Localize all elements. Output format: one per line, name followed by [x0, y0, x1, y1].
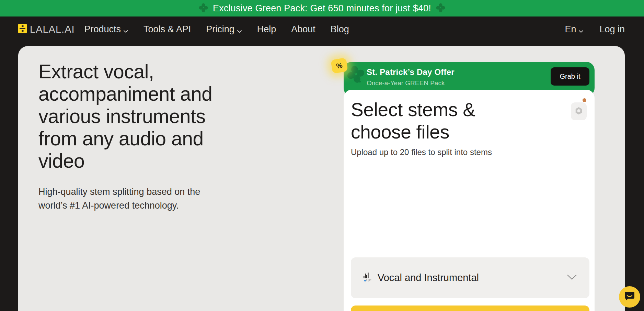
- chevron-down-icon: [567, 274, 577, 281]
- brand-logo[interactable]: LALAL.AI: [18, 24, 75, 35]
- uploader-heading-line: Select stems &: [351, 99, 475, 121]
- chevron-down-icon: [237, 25, 242, 35]
- hero-title-line: video: [38, 150, 258, 172]
- brand-name: LALAL.AI: [30, 24, 75, 35]
- login-label: Log in: [599, 24, 625, 35]
- clover-icon: [199, 3, 208, 14]
- gear-icon: [575, 107, 583, 116]
- waveform-icon: [363, 272, 372, 284]
- hero-subtitle-line: world’s #1 AI-powered technology.: [38, 199, 200, 212]
- hero-title-line: from any audio and: [38, 127, 258, 150]
- nav-item-label: Tools & API: [143, 24, 191, 35]
- notification-dot: [583, 98, 586, 102]
- nav-right: En Log in: [565, 23, 625, 35]
- nav-item-pricing[interactable]: Pricing: [206, 23, 242, 35]
- uploader-heading-line: choose files: [351, 121, 475, 143]
- navbar: LALAL.AI Products Tools & API Pricing He…: [0, 16, 644, 42]
- nav-item-label: Help: [257, 24, 276, 35]
- nav-item-label: Blog: [331, 24, 349, 35]
- chat-bubble-icon: [624, 291, 635, 303]
- offer-title: St. Patrick’s Day Offer: [367, 67, 455, 77]
- language-selector[interactable]: En: [565, 23, 584, 35]
- stem-type-value: Vocal and Instrumental: [378, 272, 479, 284]
- promo-banner[interactable]: Exclusive Green Pack: Get 650 minutes fo…: [0, 0, 644, 16]
- hero-subtitle-line: High-quality stem splitting based on the: [38, 185, 200, 199]
- nav-item-label: About: [291, 24, 315, 35]
- nav-links: Products Tools & API Pricing Help About …: [84, 23, 349, 35]
- language-label: En: [565, 24, 576, 35]
- stem-type-dropdown[interactable]: Vocal and Instrumental: [351, 257, 589, 298]
- nav-item-products[interactable]: Products: [84, 23, 129, 35]
- nav-item-blog[interactable]: Blog: [331, 24, 349, 35]
- chevron-down-icon: [578, 25, 584, 35]
- chat-launcher-button[interactable]: [619, 286, 640, 308]
- nav-item-tools-api[interactable]: Tools & API: [143, 24, 191, 35]
- hero-title-line: accompaniment and: [38, 83, 258, 105]
- login-button[interactable]: Log in: [599, 24, 625, 35]
- nav-item-about[interactable]: About: [291, 24, 315, 35]
- hero-subtitle: High-quality stem splitting based on the…: [38, 185, 200, 212]
- uploader-heading: Select stems & choose files: [351, 99, 475, 143]
- nav-item-label: Pricing: [206, 24, 234, 35]
- select-files-button[interactable]: [351, 306, 589, 311]
- discount-percent-badge: %: [331, 58, 348, 74]
- hero-title-line: Extract vocal,: [38, 60, 258, 83]
- clover-icon: [345, 63, 367, 87]
- uploader-subheading: Upload up to 20 files to split into stem…: [351, 147, 492, 157]
- uploader-card: Select stems & choose files Upload up to…: [344, 90, 595, 311]
- grab-it-button[interactable]: Grab it: [551, 67, 589, 86]
- clover-icon: [436, 3, 445, 14]
- hero-title: Extract vocal, accompaniment and various…: [38, 60, 258, 172]
- lalal-logo-icon: [18, 24, 27, 35]
- page: Exclusive Green Pack: Get 650 minutes fo…: [0, 0, 644, 311]
- hero-title-line: various instruments: [38, 105, 258, 127]
- promo-banner-text: Exclusive Green Pack: Get 650 minutes fo…: [213, 3, 431, 14]
- offer-texts: St. Patrick’s Day Offer Once-a-Year GREE…: [367, 67, 455, 87]
- nav-item-help[interactable]: Help: [257, 24, 276, 35]
- nav-item-label: Products: [84, 24, 121, 35]
- settings-button[interactable]: [571, 102, 587, 120]
- chevron-down-icon: [123, 25, 128, 35]
- offer-subtitle: Once-a-Year GREEN Pack: [367, 79, 455, 87]
